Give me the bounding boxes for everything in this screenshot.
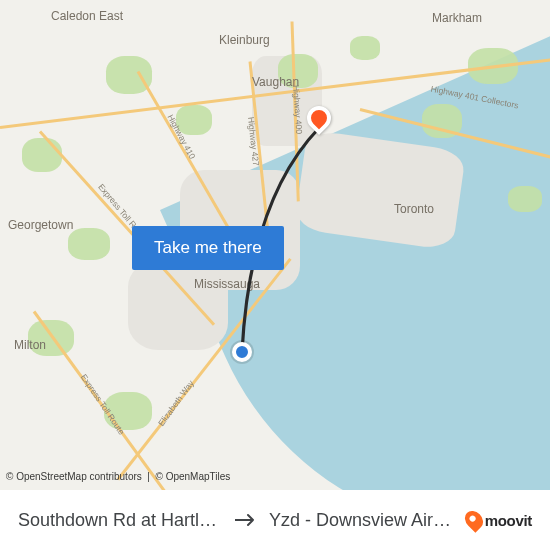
city-label: Milton [14,338,46,352]
map-attribution: © OpenStreetMap contributors | © OpenMap… [6,471,230,482]
park-area [68,228,110,260]
take-me-there-button[interactable]: Take me there [132,226,284,270]
origin-label: Southdown Rd at Hartland… [18,510,223,531]
city-label: Kleinburg [219,33,270,47]
city-label: Markham [432,11,482,25]
urban-area [128,260,228,350]
attribution-openmaptiles[interactable]: © OpenMapTiles [156,471,231,482]
city-label: Mississauga [194,277,260,291]
moovit-wordmark: moovit [485,512,532,529]
moovit-logo[interactable]: moovit [466,510,532,530]
arrow-right-icon [235,513,257,527]
park-area [350,36,380,60]
map-container: Markham Caledon East Kleinburg Vaughan T… [0,0,550,550]
city-label: Caledon East [51,9,123,23]
moovit-pin-icon [461,507,486,532]
destination-label: Yzd - Downsview Airp… [269,510,458,531]
origin-marker-icon[interactable] [232,342,252,362]
park-area [22,138,62,172]
road-label: Elizabeth Way [156,378,196,428]
attribution-osm[interactable]: © OpenStreetMap contributors [6,471,142,482]
city-label: Georgetown [8,218,73,232]
route-summary-bar: Southdown Rd at Hartland… Yzd - Downsvie… [0,490,550,550]
city-label: Toronto [394,202,434,216]
map-canvas[interactable]: Markham Caledon East Kleinburg Vaughan T… [0,0,550,550]
park-area [508,186,542,212]
destination-marker-icon[interactable] [304,106,334,144]
